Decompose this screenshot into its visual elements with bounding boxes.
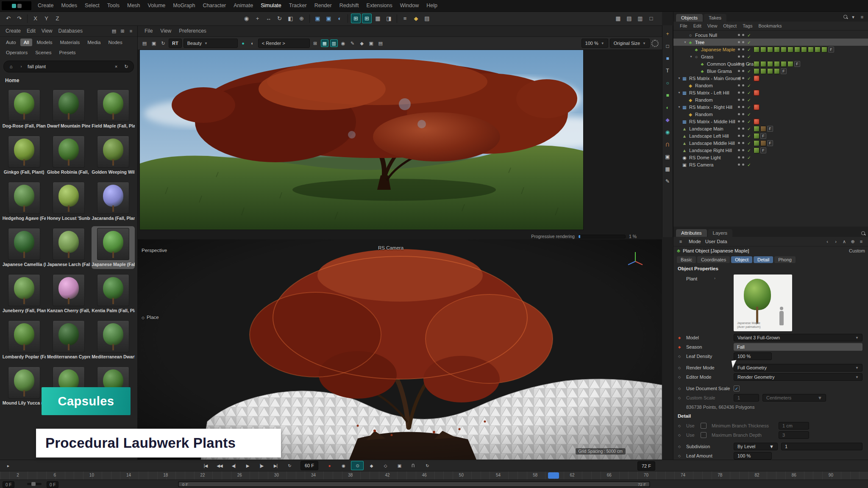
render-visibility-dot[interactable] <box>742 106 744 108</box>
filter-tab-presets[interactable]: Presets <box>56 49 79 56</box>
filter-tab-models[interactable]: Models <box>33 39 56 46</box>
enabled-check-icon[interactable]: ✓ <box>747 133 751 139</box>
attr-tab-basic[interactable]: Basic <box>677 256 696 263</box>
enabled-check-icon[interactable]: ✓ <box>747 33 751 38</box>
asset-item[interactable]: Golden Weeping Willo... <box>92 134 135 177</box>
zoom-dropdown[interactable]: 100 %▼ <box>581 39 608 48</box>
filter-tab-scenes[interactable]: Scenes <box>32 49 55 56</box>
detail-value-field[interactable]: 3 <box>779 431 809 439</box>
asset-item[interactable]: Mound Lily Yucca (Fall... <box>3 365 46 408</box>
material-swatch[interactable] <box>754 61 760 67</box>
expand-toggle-icon[interactable]: ▾ <box>683 40 687 44</box>
render-visibility-dot[interactable] <box>742 55 744 58</box>
lock-icon[interactable]: ⊕ <box>849 238 857 245</box>
grid-toggle-icon[interactable]: ▦ <box>373 14 383 23</box>
property-dropdown[interactable]: Render Geometry▼ <box>734 373 862 381</box>
enabled-check-icon[interactable]: ✓ <box>747 47 751 52</box>
render-view-icon[interactable]: ▣ <box>313 14 323 23</box>
editor-visibility-dot[interactable] <box>738 63 740 65</box>
menu-character[interactable]: Character <box>199 0 230 11</box>
enabled-check-icon[interactable]: ✓ <box>747 155 751 160</box>
object-row[interactable]: ▣RS Camera✓ <box>673 161 868 168</box>
attr-tab-coordinates[interactable]: Coordinates <box>697 256 730 263</box>
fields-tag[interactable]: F <box>828 47 834 53</box>
menu-redshift[interactable]: Redshift <box>336 0 363 11</box>
attr-menu-icon[interactable]: ≡ <box>857 238 865 245</box>
menu-render[interactable]: Render <box>311 0 336 11</box>
editor-visibility-dot[interactable] <box>738 156 740 158</box>
material-swatch[interactable] <box>774 61 780 67</box>
attr-tab-object[interactable]: Object <box>731 256 752 263</box>
settings-gear-icon[interactable] <box>651 40 659 47</box>
spline-tool-icon[interactable]: ○ <box>663 79 672 87</box>
range-mini-knob[interactable] <box>31 482 36 486</box>
region-icon[interactable]: ◆ <box>358 39 366 47</box>
range-start-field[interactable]: 0 F <box>3 481 14 488</box>
fields-tag[interactable]: F <box>794 61 800 67</box>
animation-marker-icon[interactable]: ◇ <box>678 424 681 428</box>
tab-layers[interactable]: Layers <box>708 229 733 237</box>
expand-toggle-icon[interactable]: ▾ <box>677 91 682 94</box>
object-row[interactable]: ◆Random✓ <box>673 82 868 89</box>
texture-tag-swatch[interactable] <box>754 147 760 153</box>
enabled-check-icon[interactable]: ✓ <box>747 40 751 45</box>
animation-marker-icon[interactable]: ◇ <box>678 396 681 400</box>
goto-end-button[interactable]: ▶| <box>269 461 282 470</box>
object-row[interactable]: ▦RS Matrix - Middle Hill✓ <box>673 118 868 125</box>
asset-item[interactable]: Kentia Palm (Fall, Plant) <box>92 272 135 315</box>
property-checkbox[interactable]: ✓ <box>734 385 740 391</box>
enabled-check-icon[interactable]: ✓ <box>747 148 751 153</box>
object-row[interactable]: ♣Blue Grama✓F <box>673 67 868 75</box>
quantize-toggle-icon[interactable]: ⊞ <box>362 14 372 23</box>
filter-icon[interactable]: ▾ <box>849 13 857 21</box>
viewport-label[interactable]: Perspective <box>142 248 167 253</box>
material-swatch[interactable] <box>808 47 814 53</box>
perspective-viewport[interactable]: Perspective RS Camera ◇Place Grid Spacin… <box>137 239 662 460</box>
render-visibility-dot[interactable] <box>742 142 744 144</box>
plant-expand-icon[interactable]: › <box>714 276 715 280</box>
menu-volume[interactable]: Volume <box>144 0 170 11</box>
material-manager-icon[interactable]: ▤ <box>422 14 432 23</box>
prev-frame-button[interactable]: ◀| <box>227 461 240 470</box>
editor-visibility-dot[interactable] <box>738 34 740 36</box>
om-menu-object[interactable]: Object <box>720 22 740 30</box>
asset-item[interactable]: Field Maple (Fall, Plant) <box>92 88 135 130</box>
object-row[interactable]: ▾▦RS Matrix - Right Hill✓ <box>673 103 868 111</box>
render-visibility-dot[interactable] <box>742 41 744 43</box>
generator-icon[interactable]: ◐ <box>663 103 672 112</box>
enabled-check-icon[interactable]: ✓ <box>747 83 751 88</box>
editor-visibility-dot[interactable] <box>738 48 740 50</box>
loop-button[interactable]: ↻ <box>421 461 434 470</box>
subdivision-mode-dropdown[interactable]: By Level▼ <box>734 443 778 450</box>
editor-visibility-dot[interactable] <box>738 70 740 72</box>
ab-menu-edit[interactable]: Edit <box>24 25 39 36</box>
enabled-check-icon[interactable]: ✓ <box>747 162 751 167</box>
user-data-menu[interactable]: User Data <box>705 239 727 244</box>
filter-tab-all[interactable]: All <box>20 39 33 46</box>
material-swatch[interactable] <box>787 61 793 67</box>
teal-dot-icon[interactable]: ● <box>239 39 247 47</box>
object-row[interactable]: ◉RS Dome Light✓ <box>673 154 868 161</box>
range-end-field[interactable]: 0 F <box>47 481 58 488</box>
menu-mograph[interactable]: MoGraph <box>169 0 199 11</box>
snapshot-icon[interactable]: ⊞ <box>312 39 319 47</box>
menu-tracker[interactable]: Tracker <box>285 0 311 11</box>
workplane-icon[interactable]: ◨ <box>384 14 394 23</box>
asset-item[interactable]: Jacaranda (Fall, Plant) <box>92 180 135 223</box>
material-swatch[interactable] <box>815 47 821 53</box>
editor-visibility-dot[interactable] <box>738 41 740 43</box>
editor-visibility-dot[interactable] <box>738 84 740 86</box>
magnet-tool-icon[interactable]: U <box>663 140 672 149</box>
expand-toggle-icon[interactable]: ▾ <box>689 55 693 58</box>
asset-item[interactable]: Mediterranean Dwarf ... <box>92 319 135 361</box>
tab-objects[interactable]: Objects <box>676 14 703 22</box>
search-input[interactable]: fall plant <box>28 64 110 69</box>
object-row[interactable]: ▲Landscape Left Hill✓F <box>673 132 868 139</box>
enabled-check-icon[interactable]: ✓ <box>747 76 751 81</box>
axis-x-toggle[interactable]: X <box>31 14 40 23</box>
material-swatch[interactable] <box>760 68 766 74</box>
refresh-render-icon[interactable]: ↻ <box>159 39 167 47</box>
om-menu-edit[interactable]: Edit <box>690 22 704 30</box>
animation-marker-icon[interactable]: ◇ <box>678 454 681 458</box>
live-selection-icon[interactable]: ◉ <box>242 14 251 23</box>
